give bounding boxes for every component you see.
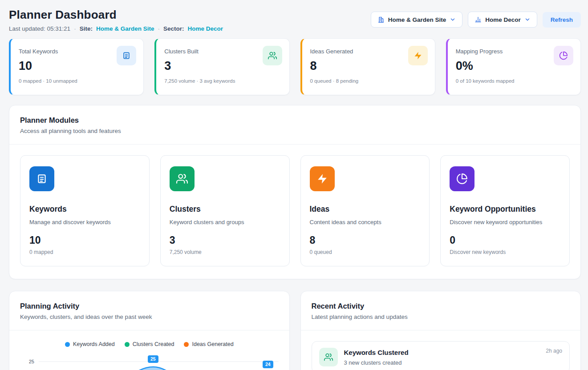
planner-modules-panel: Planner Modules Access all planning tool… xyxy=(9,105,581,279)
bolt-icon xyxy=(310,166,335,191)
building-icon xyxy=(377,16,385,23)
module-card-keyword-opportunities[interactable]: Keyword Opportunities Discover new keywo… xyxy=(440,155,570,266)
recent-activity-panel: Recent Activity Latest planning actions … xyxy=(300,291,581,370)
stat-footnote: 0 of 10 keywords mapped xyxy=(456,78,572,84)
site-link[interactable]: Home & Garden Site xyxy=(96,25,154,32)
page-subline: Last updated: 05:31:21 · Site: Home & Ga… xyxy=(9,25,223,32)
y-axis-tick: 25 xyxy=(29,359,34,364)
activity-item-keywords-clustered[interactable]: Keywords Clustered 3 new clusters create… xyxy=(312,341,570,370)
module-description: Manage and discover keywords xyxy=(29,219,140,225)
point-label-badge: 25 xyxy=(148,355,158,363)
module-value: 10 xyxy=(29,234,140,246)
modules-grid: Keywords Manage and discover keywords 10… xyxy=(20,155,570,266)
chevron-down-icon xyxy=(524,16,531,23)
pie-chart-icon xyxy=(554,46,573,65)
bar-chart-icon xyxy=(474,16,482,23)
module-footnote: 7,250 volume xyxy=(170,249,280,255)
last-updated-text: Last updated: 05:31:21 xyxy=(9,25,70,32)
pie-chart-icon xyxy=(450,166,474,191)
panel-title: Planning Activity xyxy=(20,302,279,310)
chevron-down-icon xyxy=(450,16,456,23)
legend-label: Keywords Added xyxy=(73,341,115,347)
bolt-icon xyxy=(408,46,428,65)
activity-item-time: 2h ago xyxy=(546,348,562,366)
legend-dot-blue xyxy=(65,342,70,347)
module-card-ideas[interactable]: Ideas Content ideas and concepts 8 0 que… xyxy=(300,155,430,266)
stat-card-total-keywords: Total Keywords 10 0 mapped · 10 unmapped xyxy=(9,38,144,95)
users-icon xyxy=(263,46,282,65)
separator-dot: · xyxy=(74,25,76,32)
stats-row: Total Keywords 10 0 mapped · 10 unmapped… xyxy=(9,38,581,95)
header-controls: Home & Garden Site Home Decor Refresh xyxy=(371,8,581,28)
planner-dashboard-page: Planner Dashboard Last updated: 05:31:21… xyxy=(0,0,588,370)
sector-link[interactable]: Home Decor xyxy=(187,25,223,32)
divider xyxy=(9,144,580,145)
separator-dot: · xyxy=(158,25,160,32)
legend-item-keywords-added: Keywords Added xyxy=(65,341,115,347)
panel-subtitle: Access all planning tools and features xyxy=(20,128,570,134)
users-icon xyxy=(319,348,338,366)
activity-item-content: Keywords Clustered 3 new clusters create… xyxy=(344,348,409,366)
sector-dropdown[interactable]: Home Decor xyxy=(468,12,537,28)
sector-dropdown-label: Home Decor xyxy=(485,16,521,23)
page-header-left: Planner Dashboard Last updated: 05:31:21… xyxy=(9,8,223,32)
module-value: 8 xyxy=(310,234,421,246)
chart-legend: Keywords Added Clusters Created Ideas Ge… xyxy=(20,341,279,347)
activity-chart: 25 25 24 xyxy=(20,352,279,370)
stat-card-ideas-generated: Ideas Generated 8 0 queued · 8 pending xyxy=(300,38,435,95)
legend-label: Clusters Created xyxy=(133,341,174,347)
page-title: Planner Dashboard xyxy=(9,8,223,22)
activity-item-description: 3 new clusters created xyxy=(344,359,409,366)
site-dropdown-label: Home & Garden Site xyxy=(388,16,446,23)
panel-title: Planner Modules xyxy=(20,116,570,125)
refresh-button[interactable]: Refresh xyxy=(543,12,581,28)
panel-title: Recent Activity xyxy=(312,302,570,310)
stat-footnote: 0 mapped · 10 unmapped xyxy=(19,78,135,84)
stat-footnote: 0 queued · 8 pending xyxy=(310,78,427,84)
module-description: Discover new keyword opportunities xyxy=(450,219,560,225)
legend-item-clusters-created: Clusters Created xyxy=(125,341,174,347)
stat-card-clusters-built: Clusters Built 3 7,250 volume · 3 avg ke… xyxy=(154,38,289,95)
panel-subtitle: Latest planning actions and updates xyxy=(312,314,570,320)
divider xyxy=(301,330,581,330)
module-card-clusters[interactable]: Clusters Keyword clusters and groups 3 7… xyxy=(160,155,290,266)
activity-item-title: Keywords Clustered xyxy=(344,349,409,356)
document-icon xyxy=(29,166,54,191)
module-title: Keywords xyxy=(29,205,140,214)
panel-subtitle: Keywords, clusters, and ideas over the p… xyxy=(20,314,279,320)
sector-label: Sector: xyxy=(163,25,184,32)
legend-item-ideas-generated: Ideas Generated xyxy=(184,341,233,347)
module-title: Clusters xyxy=(170,205,280,214)
module-value: 0 xyxy=(450,234,560,246)
divider xyxy=(9,330,289,330)
module-footnote: 0 queued xyxy=(310,249,421,255)
module-footnote: 0 mapped xyxy=(29,249,140,255)
bottom-row: Planning Activity Keywords, clusters, an… xyxy=(9,291,581,370)
module-description: Keyword clusters and groups xyxy=(170,219,280,225)
module-footnote: Discover new keywords xyxy=(450,249,560,255)
site-label: Site: xyxy=(80,25,93,32)
stat-card-mapping-progress: Mapping Progress 0% 0 of 10 keywords map… xyxy=(446,38,581,95)
module-title: Keyword Opportunities xyxy=(450,205,560,214)
document-icon xyxy=(117,46,136,65)
stat-footnote: 7,250 volume · 3 avg keywords xyxy=(164,78,281,84)
planning-activity-panel: Planning Activity Keywords, clusters, an… xyxy=(9,291,290,370)
module-value: 3 xyxy=(170,234,280,246)
page-header: Planner Dashboard Last updated: 05:31:21… xyxy=(9,8,581,32)
users-icon xyxy=(170,166,195,191)
module-description: Content ideas and concepts xyxy=(310,219,421,225)
legend-dot-orange xyxy=(184,342,189,347)
module-title: Ideas xyxy=(310,205,421,214)
point-label-badge: 24 xyxy=(263,361,273,368)
legend-label: Ideas Generated xyxy=(192,341,233,347)
module-card-keywords[interactable]: Keywords Manage and discover keywords 10… xyxy=(20,155,150,266)
site-dropdown[interactable]: Home & Garden Site xyxy=(371,12,463,28)
legend-dot-green xyxy=(125,342,130,347)
